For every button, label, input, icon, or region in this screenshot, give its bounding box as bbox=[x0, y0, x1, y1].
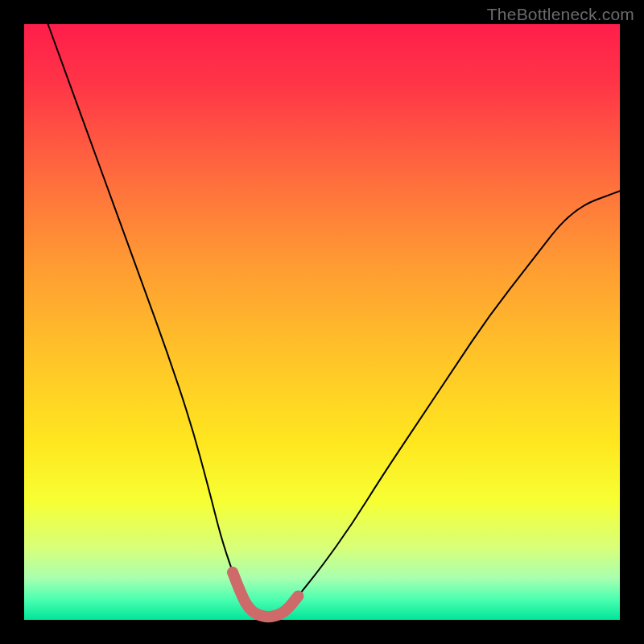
watermark-text: TheBottleneck.com bbox=[487, 5, 634, 24]
chart-stage: TheBottleneck.com bbox=[0, 0, 644, 644]
bottleneck-chart bbox=[0, 0, 644, 644]
heat-background bbox=[24, 24, 620, 620]
